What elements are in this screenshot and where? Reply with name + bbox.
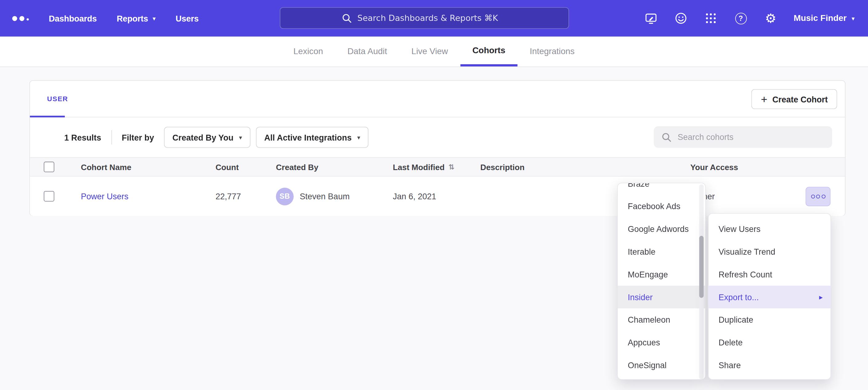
export-option-facebook-ads[interactable]: Facebook Ads bbox=[618, 195, 705, 218]
divider bbox=[111, 130, 112, 144]
logo-dot-icon bbox=[27, 18, 29, 20]
row-actions-button[interactable] bbox=[806, 187, 831, 206]
tab-label: Integrations bbox=[530, 46, 575, 56]
row-checkbox[interactable] bbox=[44, 191, 54, 201]
menu-item-label: Export to... bbox=[719, 292, 759, 302]
gear-glyph: ⚙ bbox=[765, 12, 776, 25]
ellipsis-dot-icon bbox=[816, 194, 820, 198]
tab-cohorts[interactable]: Cohorts bbox=[460, 37, 518, 66]
screenshot-viewport: Dashboards Reports ▾ Users bbox=[0, 0, 868, 390]
tab-label: Lexicon bbox=[293, 46, 323, 56]
menu-item-duplicate[interactable]: Duplicate bbox=[709, 308, 831, 331]
nav-item-reports[interactable]: Reports ▾ bbox=[117, 13, 155, 23]
ellipsis-dot-icon bbox=[811, 194, 815, 198]
filter-toolbar: 1 Results Filter by Created By You ▾ All… bbox=[30, 118, 845, 158]
last-modified-value: Jan 6, 2021 bbox=[393, 192, 436, 201]
avatar: SB bbox=[276, 187, 293, 205]
nav-item-users[interactable]: Users bbox=[176, 13, 198, 23]
menu-item-share[interactable]: Share bbox=[709, 354, 831, 377]
help-icon[interactable]: ? bbox=[734, 11, 748, 25]
cohorts-card: USER + Create Cohort 1 Results Filter by… bbox=[29, 80, 845, 216]
export-option-chameleon[interactable]: Chameleon bbox=[618, 308, 705, 331]
export-option-iterable[interactable]: Iterable bbox=[618, 240, 705, 263]
sort-icon[interactable]: ⇅ bbox=[448, 163, 455, 171]
data-management-icon[interactable] bbox=[644, 11, 658, 25]
menu-item-view-users[interactable]: View Users bbox=[709, 218, 831, 240]
question-mark-glyph: ? bbox=[735, 12, 747, 24]
last-modified-cell: Jan 6, 2021 bbox=[393, 192, 480, 201]
created-by-cell: SB Steven Baum bbox=[276, 187, 393, 205]
tab-user-cohorts[interactable]: USER bbox=[30, 95, 68, 103]
plus-icon: + bbox=[761, 94, 767, 105]
menu-scrollbar-track[interactable] bbox=[699, 184, 704, 379]
row-context-menu: View Users Visualize Trend Refresh Count… bbox=[708, 213, 831, 380]
apps-grid-icon[interactable] bbox=[704, 11, 718, 25]
select-all-checkbox[interactable] bbox=[44, 162, 54, 172]
export-option-insider[interactable]: Insider bbox=[618, 286, 705, 308]
menu-item-export-to[interactable]: Export to... ▸ bbox=[709, 286, 831, 308]
feedback-icon[interactable] bbox=[674, 11, 688, 25]
question-mark-text: ? bbox=[738, 14, 743, 23]
chevron-down-icon: ▾ bbox=[239, 134, 242, 140]
cohort-count-cell: 22,777 bbox=[215, 192, 276, 201]
export-option-google-adwords[interactable]: Google Adwords bbox=[618, 218, 705, 240]
create-cohort-button[interactable]: + Create Cohort bbox=[751, 89, 837, 109]
menu-item-refresh-count[interactable]: Refresh Count bbox=[709, 263, 831, 286]
export-option-appcues[interactable]: Appcues bbox=[618, 331, 705, 354]
filter-label: Created By You bbox=[173, 133, 234, 142]
header-created-by[interactable]: Created By bbox=[276, 162, 393, 171]
cohort-name-link[interactable]: Power Users bbox=[81, 192, 129, 201]
settings-gear-icon[interactable]: ⚙ bbox=[764, 11, 777, 25]
tab-live-view[interactable]: Live View bbox=[399, 37, 460, 66]
global-search-input[interactable] bbox=[358, 13, 507, 23]
table-row[interactable]: Power Users 22,777 SB Steven Baum Jan 6,… bbox=[30, 176, 845, 216]
cohort-search-input[interactable] bbox=[678, 132, 816, 142]
tab-label: Data Audit bbox=[347, 46, 387, 56]
section-tabs-bar: Lexicon Data Audit Live View Cohorts Int… bbox=[0, 37, 868, 67]
filter-label: All Active Integrations bbox=[264, 133, 351, 142]
tab-data-audit[interactable]: Data Audit bbox=[335, 37, 399, 66]
search-icon bbox=[661, 132, 671, 142]
menu-item-visualize-trend[interactable]: Visualize Trend bbox=[709, 240, 831, 263]
global-search-bar[interactable] bbox=[280, 7, 569, 29]
grid-dots-glyph bbox=[704, 12, 717, 25]
cohort-type-tabs: USER + Create Cohort bbox=[30, 81, 845, 118]
nav-item-label: Users bbox=[176, 13, 198, 23]
logo-dot-icon bbox=[20, 16, 24, 21]
tab-label: Live View bbox=[411, 46, 448, 56]
export-option-braze[interactable]: Braze bbox=[618, 183, 705, 195]
menu-scrollbar-thumb[interactable] bbox=[699, 236, 704, 298]
filter-created-by-dropdown[interactable]: Created By You ▾ bbox=[164, 127, 251, 148]
filter-integrations-dropdown[interactable]: All Active Integrations ▾ bbox=[256, 127, 368, 148]
export-destinations-list: Braze Facebook Ads Google Adwords Iterab… bbox=[618, 183, 705, 377]
search-icon bbox=[342, 13, 352, 23]
nav-item-label: Reports bbox=[117, 13, 148, 23]
project-switcher[interactable]: Music Finder ▾ bbox=[794, 13, 855, 23]
chevron-down-icon: ▾ bbox=[153, 15, 156, 22]
created-by-name: Steven Baum bbox=[300, 192, 350, 201]
header-cohort-name[interactable]: Cohort Name bbox=[81, 162, 215, 171]
smiley-glyph bbox=[674, 12, 688, 25]
results-count: 1 Results bbox=[64, 133, 101, 142]
header-label: Created By bbox=[276, 162, 318, 171]
app-logo[interactable] bbox=[12, 16, 29, 21]
export-option-moengage[interactable]: MoEngage bbox=[618, 263, 705, 286]
header-last-modified[interactable]: Last Modified ⇅ bbox=[393, 162, 480, 171]
table-header-row: Cohort Name Count Created By Last Modifi… bbox=[30, 157, 845, 176]
ellipsis-dot-icon bbox=[822, 194, 826, 198]
tab-lexicon[interactable]: Lexicon bbox=[281, 37, 335, 66]
header-description[interactable]: Description bbox=[480, 162, 690, 171]
export-destinations-menu: Braze Facebook Ads Google Adwords Iterab… bbox=[617, 183, 706, 380]
header-count[interactable]: Count bbox=[215, 162, 276, 171]
export-option-onesignal[interactable]: OneSignal bbox=[618, 354, 705, 377]
cohort-search-bar[interactable] bbox=[654, 126, 832, 148]
project-name: Music Finder bbox=[794, 13, 847, 23]
nav-item-dashboards[interactable]: Dashboards bbox=[49, 13, 97, 23]
submenu-arrow-icon: ▸ bbox=[819, 293, 823, 301]
header-your-access[interactable]: Your Access bbox=[690, 162, 845, 171]
menu-item-delete[interactable]: Delete bbox=[709, 331, 831, 354]
filter-by-label: Filter by bbox=[122, 133, 154, 142]
header-label: Last Modified bbox=[393, 162, 444, 171]
create-cohort-label: Create Cohort bbox=[772, 94, 828, 104]
tab-integrations[interactable]: Integrations bbox=[518, 37, 587, 66]
